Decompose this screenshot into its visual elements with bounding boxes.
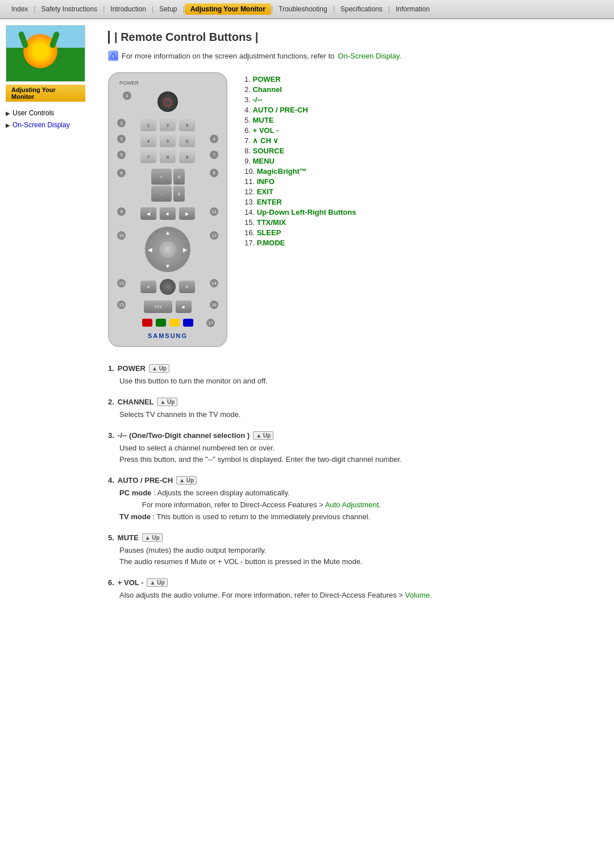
remote-btn-a: ◀ [140,207,156,220]
remote-section: POWER 1 ◯ 2 1 2 3 3 4 [108,72,597,347]
info-icon: ! [108,51,118,61]
sidebar: Adjusting Your Monitor ▶ User Controls ▶… [0,19,97,815]
info-line: ! For more information on the screen adj… [108,51,597,61]
detail-auto: 4. AUTO / PRE-CH ▲ Up PC mode : Adjusts … [108,476,597,523]
list-item: 5. MUTE [244,116,597,124]
nav-safety[interactable]: Safety Instructions [35,3,103,15]
up-badge-5: ▲ Up [142,533,163,542]
nav-trouble[interactable]: Troubleshooting [273,3,333,15]
up-badge-6: ▲ Up [147,578,167,587]
sidebar-image [6,25,85,82]
remote-blue-btn [183,319,193,327]
remote-btn-6: 6 [179,135,195,147]
list-item: 11. INFO [244,177,597,186]
nav-index[interactable]: Index [6,3,34,15]
page-layout: Adjusting Your Monitor ▶ User Controls ▶… [0,19,614,815]
remote-btn-c: ▶ [179,207,195,220]
list-item: 15. TTX/MIX [244,218,597,227]
detail-mute: 5. MUTE ▲ Up Pauses (mutes) the audio ou… [108,533,597,569]
list-item: 10. MagicBright™ [244,167,597,176]
list-item: 13. ENTER [244,198,597,206]
onscreen-display-link[interactable]: On-Screen Display. [338,52,401,60]
remote-vol-up: + [151,169,172,185]
nav-info[interactable]: Information [390,3,435,15]
detail-digit-title: 3. -/-- (One/Two-Digit channel selection… [108,431,597,440]
sidebar-item-user-controls[interactable]: ▶ User Controls [0,107,97,119]
detail-digit: 3. -/-- (One/Two-Digit channel selection… [108,431,597,466]
detail-channel: 2. CHANNEL ▲ Up Selects TV channels in t… [108,398,597,421]
remote-red-btn [142,319,152,327]
up-badge-4: ▲ Up [176,476,197,485]
list-item: 3. -/-- [244,95,597,104]
nav-adjusting[interactable]: Adjusting Your Monitor [185,3,271,15]
sidebar-onscreen-label[interactable]: On-Screen Display [13,120,70,130]
remote-vol-down: - [151,186,172,202]
auto-adjust-link[interactable]: Auto Adjustment. [325,500,381,509]
nav-specs[interactable]: Specifications [335,3,388,15]
remote-btn-4: 4 [140,135,156,147]
info-text: For more information on the screen adjus… [122,52,334,60]
remote-btn-f: ≡ [179,281,195,293]
remote-yellow-btn [169,319,180,327]
remote-nav-circle: ▲ ▼ ◀ ▶ [145,227,190,272]
list-item: 17. P.MODE [244,239,597,247]
list-item: 16. SLEEP [244,228,597,237]
list-item: 2. Channel [244,85,597,94]
remote-power-btn: ◯ [157,91,178,112]
detail-vol: 6. + VOL - ▲ Up Also adjusts the audio v… [108,578,597,602]
nav-bar: Index | Safety Instructions | Introducti… [0,0,614,19]
remote-btn-5: 5 [160,135,176,147]
svg-text:!: ! [113,55,114,59]
detail-power: 1. POWER ▲ Up Use this button to turn th… [108,364,597,387]
button-list: 1. POWER 2. Channel 3. -/-- 4. AUTO / PR… [244,72,597,249]
remote-control-image: POWER 1 ◯ 2 1 2 3 3 4 [108,72,227,347]
list-item: 1. POWER [244,75,597,84]
nav-setup[interactable]: Setup [154,3,182,15]
list-item: 14. Up-Down Left-Right Buttons [244,208,597,216]
sidebar-banner: Adjusting Your Monitor [6,85,85,102]
detail-channel-body: Selects TV channels in the TV mode. [108,409,597,421]
list-item: 12. EXIT [244,187,597,196]
remote-btn-7: 7 [140,151,156,163]
main-content: | Remote Control Buttons | ! For more in… [97,19,614,815]
nav-intro[interactable]: Introduction [105,3,152,15]
list-item: 6. + VOL - [244,126,597,135]
list-item: 9. MENU [244,157,597,165]
remote-btn-e [160,279,176,295]
list-item: 4. AUTO / PRE-CH [244,106,597,114]
volume-link[interactable]: Volume. [405,591,432,599]
up-badge: ▲ Up [149,364,169,373]
list-item: 8. SOURCE [244,147,597,155]
remote-btn-2: 2 [160,119,176,131]
remote-btn-g: ■ [176,301,192,313]
up-badge-2: ▲ Up [157,398,177,406]
remote-ch-up: ∧ [173,169,185,185]
remote-btn-1: 1 [140,119,156,131]
remote-btn-3: 3 [179,119,195,131]
remote-btn-ttx: TTX [144,301,172,313]
arrow-icon: ▶ [6,110,10,118]
remote-green-btn [156,319,166,327]
page-title: | Remote Control Buttons | [108,31,597,44]
detail-auto-title: 4. AUTO / PRE-CH ▲ Up [108,476,597,485]
detail-power-title: 1. POWER ▲ Up [108,364,597,373]
remote-btn-8: 8 [160,151,176,163]
detail-auto-body: PC mode : Adjusts the screen display aut… [108,487,597,523]
remote-btn-9: 9 [179,151,195,163]
sidebar-item-onscreen[interactable]: ▶ On-Screen Display [0,119,97,131]
detail-mute-body: Pauses (mutes) the audio output temporar… [108,545,597,569]
detail-mute-title: 5. MUTE ▲ Up [108,533,597,542]
detail-vol-body: Also adjusts the audio volume. For more … [108,590,597,602]
detail-channel-title: 2. CHANNEL ▲ Up [108,398,597,406]
detail-power-body: Use this button to turn the monitor on a… [108,375,597,387]
up-badge-3: ▲ Up [253,431,273,440]
detail-vol-title: 6. + VOL - ▲ Up [108,578,597,587]
arrow-icon-2: ▶ [6,122,10,130]
detail-digit-body: Used to select a channel numbered ten or… [108,443,597,466]
remote-ch-down: ∨ [173,186,185,202]
sidebar-user-controls-label: User Controls [13,108,54,118]
samsung-logo: SAMSUNG [148,332,188,339]
remote-btn-b: ■ [160,207,176,220]
remote-btn-d: ≡ [140,281,156,293]
list-item: 7. ∧ CH ∨ [244,136,597,145]
